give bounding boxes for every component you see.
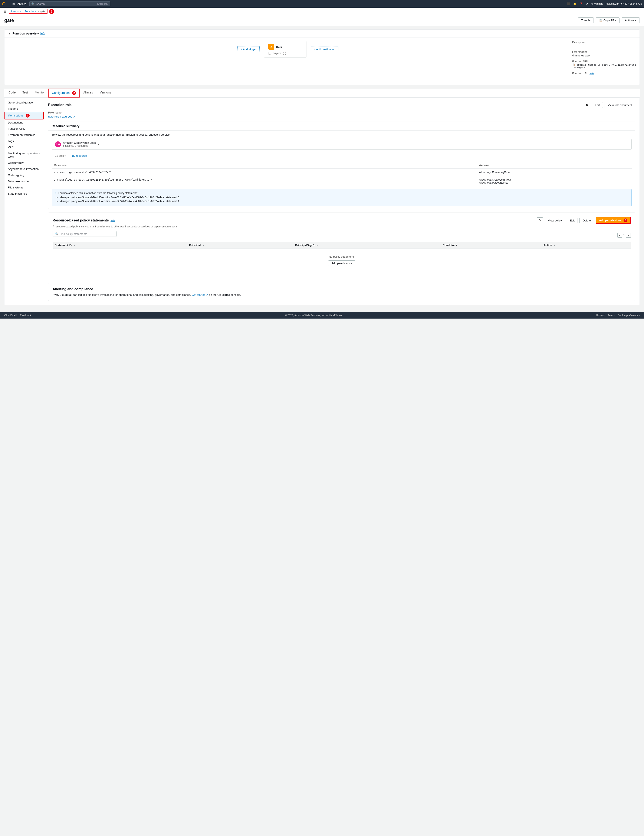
- policy-title: Resource-based policy statements: [52, 219, 109, 222]
- search-input[interactable]: [36, 2, 96, 5]
- breadcrumb-lambda[interactable]: Lambda: [11, 10, 21, 13]
- tab-configuration[interactable]: Configuration 2: [48, 88, 80, 98]
- refresh-button[interactable]: ↻: [584, 102, 590, 108]
- sidebar-item-triggers[interactable]: Triggers: [5, 106, 44, 112]
- table-row: arn:aws:logs:us-east-1:469725248735:* Al…: [52, 169, 632, 176]
- execution-role-header: Execution role ↻ Edit View role document: [48, 102, 635, 108]
- meta-function-url: Function URL Info -: [572, 72, 636, 78]
- config-content: Execution role ↻ Edit View role document…: [44, 98, 639, 305]
- sidebar: General configuration Triggers Permissio…: [5, 98, 44, 305]
- sidebar-item-monitoring[interactable]: Monitoring and operations tools: [5, 150, 44, 160]
- page-header: gate Throttle 📋 Copy ARN Actions ▾: [0, 15, 644, 26]
- throttle-button[interactable]: Throttle: [578, 18, 594, 23]
- breadcrumb-functions[interactable]: Functions: [25, 10, 36, 13]
- breadcrumb: Lambda › Functions › gate: [9, 9, 47, 14]
- nav-menu-icon[interactable]: ☰: [3, 9, 7, 13]
- policy-statements-list: Managed policy AWSLambdaBasicExecutionRo…: [60, 196, 628, 203]
- tabs-bar: Code Test Monitor Configuration 2 Aliase…: [4, 88, 640, 98]
- sidebar-item-function-url[interactable]: Function URL: [5, 126, 44, 132]
- prev-page-button[interactable]: ‹: [617, 233, 622, 238]
- collapse-icon[interactable]: ▼: [8, 32, 11, 35]
- region-selector[interactable]: N. Virginia: [591, 2, 603, 5]
- edit-policy-button[interactable]: Edit: [567, 218, 578, 224]
- cloudshell-icon[interactable]: ⬛: [567, 2, 570, 5]
- policy-search-box[interactable]: 🔍: [52, 231, 116, 237]
- terms-link[interactable]: Terms: [608, 314, 615, 317]
- sidebar-item-async[interactable]: Asynchronous invocation: [5, 166, 44, 172]
- add-permissions-button[interactable]: Add permissions 4: [596, 217, 631, 224]
- question-icon[interactable]: ❓: [579, 2, 583, 5]
- function-url-value: -: [572, 75, 636, 78]
- sidebar-item-concurrency[interactable]: Concurrency: [5, 160, 44, 166]
- resource-arn-2: arn:aws:logs:us-east-1:469725248735:log-…: [52, 176, 477, 186]
- add-destination-button[interactable]: + Add destination: [311, 46, 338, 52]
- resource-summary: Resource summary To view the resources a…: [48, 122, 635, 209]
- function-url-label: Function URL Info: [572, 72, 636, 75]
- actions-col-header: Actions: [477, 162, 632, 169]
- config-layout: General configuration Triggers Permissio…: [4, 98, 640, 305]
- tab-test[interactable]: Test: [19, 88, 31, 98]
- sidebar-item-permissions[interactable]: Permissions 3: [5, 112, 44, 119]
- sidebar-item-destinations[interactable]: Destinations: [5, 119, 44, 126]
- sub-tab-by-resource[interactable]: By resource: [69, 153, 90, 159]
- diagram-row: + Add trigger λ gate ⬚ Layers (0): [237, 41, 338, 57]
- global-search[interactable]: 🔍 [Option+S]: [29, 1, 110, 7]
- function-overview-info[interactable]: Info: [41, 32, 45, 35]
- service-selector[interactable]: CW Amazon CloudWatch Logs 5 actions, 2 r…: [52, 139, 632, 150]
- bell-icon[interactable]: 🔔: [573, 2, 577, 5]
- col-conditions: Conditions: [440, 242, 541, 249]
- col-statement-id: Statement ID ▼: [52, 242, 187, 249]
- tab-versions[interactable]: Versions: [96, 88, 114, 98]
- cloudshell-link[interactable]: CloudShell: [4, 314, 16, 317]
- policy-search-input[interactable]: [60, 232, 114, 235]
- function-url-info[interactable]: Info: [590, 72, 594, 75]
- resource-policy-section: Resource-based policy statements Info ↻ …: [48, 212, 635, 279]
- col-principal-org-id: PrincipalOrgID ▼: [293, 242, 441, 249]
- header-actions: Throttle 📋 Copy ARN Actions ▾: [578, 18, 640, 23]
- add-trigger-button[interactable]: + Add trigger: [237, 46, 260, 52]
- policy-refresh-button[interactable]: ↻: [537, 217, 543, 224]
- user-menu[interactable]: roblaszczak @ 4697-2524-8735: [606, 2, 642, 5]
- role-name-label: Role name: [48, 111, 635, 114]
- next-page-button[interactable]: ›: [626, 233, 631, 238]
- sidebar-item-state-machines[interactable]: State machines: [5, 191, 44, 197]
- tab-code[interactable]: Code: [5, 88, 19, 98]
- description-label: Description: [572, 41, 636, 44]
- sidebar-item-db-proxies[interactable]: Database proxies: [5, 178, 44, 185]
- add-permissions-inline-button[interactable]: Add permissions: [328, 260, 355, 266]
- get-started-link[interactable]: Get started ↗: [192, 293, 209, 296]
- view-policy-button[interactable]: View policy: [545, 218, 565, 224]
- col-principal: Principal ▲: [187, 242, 293, 249]
- edit-role-button[interactable]: Edit: [592, 102, 603, 108]
- function-name: gate: [276, 45, 282, 48]
- services-menu[interactable]: ⊞ Services: [11, 1, 28, 7]
- function-overview-layout: + Add trigger λ gate ⬚ Layers (0): [8, 41, 636, 82]
- sidebar-item-env-variables[interactable]: Environment variables: [5, 132, 44, 138]
- settings-icon[interactable]: ⚙: [586, 2, 588, 5]
- resource-desc: To view the resources and actions that y…: [52, 133, 632, 136]
- tab-aliases[interactable]: Aliases: [80, 88, 96, 98]
- policy-info-link[interactable]: Info: [111, 219, 115, 222]
- sidebar-item-code-signing[interactable]: Code signing: [5, 172, 44, 178]
- sidebar-item-tags[interactable]: Tags: [5, 138, 44, 144]
- cookie-preferences-link[interactable]: Cookie preferences: [618, 314, 640, 317]
- tab-monitor[interactable]: Monitor: [31, 88, 48, 98]
- sidebar-item-file-systems[interactable]: File systems: [5, 185, 44, 191]
- privacy-link[interactable]: Privacy: [596, 314, 605, 317]
- copy-arn-button[interactable]: 📋 Copy ARN: [596, 18, 620, 23]
- sidebar-item-vpc[interactable]: VPC: [5, 144, 44, 150]
- delete-policy-button[interactable]: Delete: [579, 218, 594, 224]
- view-role-document-button[interactable]: View role document: [605, 102, 635, 108]
- current-page: 1: [623, 233, 625, 237]
- service-chevron-icon: ▾: [98, 143, 99, 146]
- sidebar-item-general[interactable]: General configuration: [5, 100, 44, 106]
- sub-tab-by-action[interactable]: By action: [52, 153, 69, 159]
- feedback-link[interactable]: Feedback: [20, 314, 31, 317]
- sort-icon: ▲: [202, 244, 204, 247]
- last-modified-label: Last modified: [572, 51, 636, 54]
- main-content: ▼ Function overview Info + Add trigger λ…: [0, 26, 644, 312]
- role-name-link[interactable]: gate-role-mxadr0eq ↗: [48, 115, 635, 118]
- execution-role-actions: ↻ Edit View role document: [584, 102, 635, 108]
- service-name: Amazon CloudWatch Logs: [63, 141, 96, 144]
- actions-button[interactable]: Actions ▾: [622, 18, 640, 23]
